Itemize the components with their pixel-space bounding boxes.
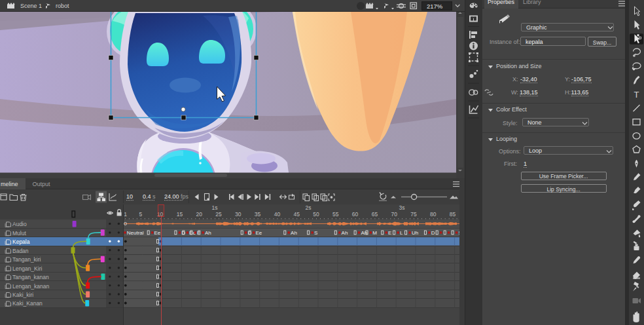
svg-text:Ee: Ee	[256, 230, 262, 236]
svg-text:55: 55	[332, 211, 339, 218]
svg-text:50: 50	[313, 211, 319, 218]
svg-text:M: M	[372, 230, 377, 236]
svg-text:65: 65	[372, 211, 378, 218]
svg-text:80: 80	[430, 211, 437, 218]
svg-text:L: L	[400, 230, 403, 236]
svg-text:20: 20	[196, 211, 202, 218]
svg-text:S: S	[314, 230, 317, 236]
svg-text:24.00 fps: 24.00 fps	[164, 193, 189, 200]
svg-text:45: 45	[293, 211, 300, 218]
svg-text:3s: 3s	[399, 204, 405, 211]
svg-text:Ah: Ah	[205, 230, 211, 236]
svg-text:Ah: Ah	[342, 230, 348, 236]
svg-text:70: 70	[391, 211, 397, 218]
svg-text:0.4 s: 0.4 s	[143, 193, 156, 200]
svg-text:D: D	[431, 230, 435, 236]
svg-text:T: T	[634, 90, 639, 100]
svg-text:Ah: Ah	[291, 230, 297, 236]
svg-text:85: 85	[450, 211, 456, 218]
svg-text:1s: 1s	[212, 204, 218, 211]
svg-text:30: 30	[235, 211, 241, 218]
svg-text:40: 40	[274, 211, 281, 218]
svg-text:15: 15	[177, 211, 183, 218]
svg-text:Neutral: Neutral	[127, 230, 144, 236]
svg-text:2s: 2s	[306, 204, 312, 211]
svg-text:1: 1	[124, 211, 127, 218]
svg-text:25: 25	[215, 211, 222, 218]
svg-text:5: 5	[139, 211, 142, 218]
svg-text:Uh: Uh	[412, 230, 418, 236]
svg-text:E: E	[388, 230, 391, 236]
svg-text:35: 35	[255, 211, 261, 218]
svg-text:75: 75	[410, 211, 417, 218]
svg-text:10: 10	[126, 193, 133, 200]
svg-text:60: 60	[352, 211, 359, 218]
svg-text:Ee: Ee	[154, 230, 161, 236]
